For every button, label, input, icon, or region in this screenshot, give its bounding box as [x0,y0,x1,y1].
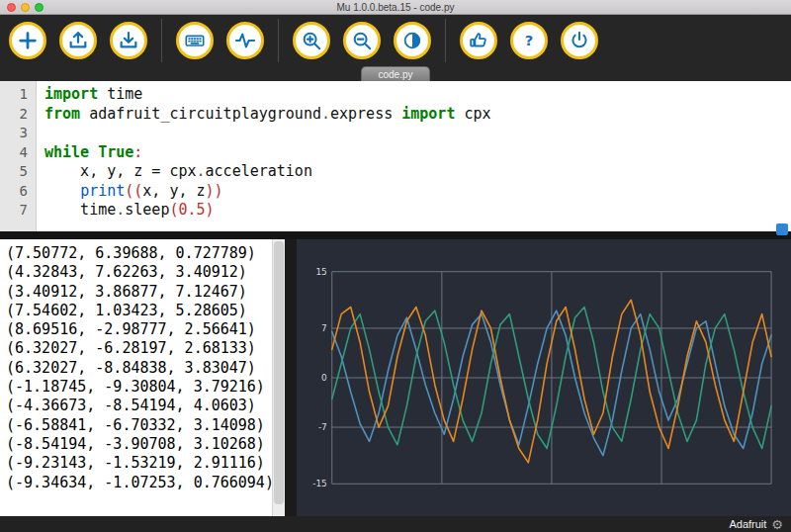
close-window-button[interactable] [7,3,16,12]
editor-scroll-indicator[interactable] [776,223,788,235]
titlebar: Mu 1.0.0.beta.15 - code.py [0,0,791,15]
horizontal-splitter[interactable] [0,231,791,239]
svg-text:7: 7 [321,323,327,333]
tab-label: code.py [378,69,412,80]
mu-window: Mu 1.0.0.beta.15 - code.py [0,0,791,532]
code-editor[interactable]: 1import time2from adafruit_circuitplaygr… [0,81,791,231]
repl-output-line: (-4.36673, -8.54194, 4.0603) [6,397,265,415]
repl-scrollbar-thumb[interactable] [274,241,284,504]
plotter-panel: 1570-7-15 [297,239,791,516]
svg-text:-7: -7 [318,422,327,432]
code-line: 1import time [0,85,791,105]
serial-repl-panel[interactable]: (7.50772, 6.39688, 0.727789)(4.32843, 7.… [0,239,285,516]
toolbar-separator [161,19,162,62]
plotter-button[interactable] [226,22,264,59]
toolbar-separator [278,19,279,62]
repl-output-line: (-9.23143, -1.53219, 2.91116) [6,454,265,473]
tab-bar: code.py [0,66,791,81]
repl-output-line: (3.40912, 3.86877, 7.12467) [6,283,265,302]
code-line: 7 time.sleep(0.5) [0,201,791,221]
waveform-icon [234,30,256,51]
panel-divider [285,239,297,516]
code-line: 2from adafruit_circuitplayground.express… [0,105,791,125]
zoom-in-button[interactable] [293,22,330,59]
line-number: 3 [0,124,36,143]
magnifier-minus-icon [351,30,373,51]
zoom-out-button[interactable] [343,22,381,59]
quit-button[interactable] [561,22,598,59]
question-mark-icon: ? [518,30,540,51]
keyboard-icon [184,30,206,51]
theme-button[interactable] [394,22,431,59]
svg-text:-15: -15 [312,479,327,488]
toolbar: ? [0,15,791,66]
zoom-window-button[interactable] [35,3,44,12]
traffic-lights [7,3,44,12]
gear-icon[interactable]: ⚙ [771,518,783,531]
footer-brand: Adafruit [729,518,766,530]
window-title: Mu 1.0.0.beta.15 - code.py [0,0,791,15]
repl-output-line: (-6.58841, -6.70332, 3.14098) [6,416,265,435]
repl-output: (7.50772, 6.39688, 0.727789)(4.32843, 7.… [6,244,265,492]
load-button[interactable] [59,22,97,59]
thumbs-up-icon [468,30,489,51]
contrast-circle-icon [401,30,423,51]
repl-output-line: (8.69516, -2.98777, 2.56641) [6,320,265,339]
line-number: 2 [0,105,36,125]
help-button[interactable]: ? [510,22,548,59]
line-number: 4 [0,143,36,163]
svg-text:0: 0 [321,373,327,383]
line-number: 5 [0,162,36,182]
arrow-up-tray-icon [67,30,89,51]
arrow-down-tray-icon [118,30,139,51]
power-icon [569,30,590,51]
repl-output-line: (-8.54194, -3.90708, 3.10268) [6,435,265,454]
code-line: 4while True: [0,143,791,163]
code-lines: 1import time2from adafruit_circuitplaygr… [0,85,791,221]
repl-scrollbar[interactable] [272,239,285,516]
repl-output-line: (7.54602, 1.03423, 5.28605) [6,302,265,320]
new-button[interactable] [9,22,46,59]
magnifier-plus-icon [301,30,322,51]
bottom-panels: (7.50772, 6.39688, 0.727789)(4.32843, 7.… [0,239,791,516]
line-number: 1 [0,85,36,105]
tab-code-py[interactable]: code.py [361,66,429,81]
minimize-window-button[interactable] [21,3,30,12]
code-line: 3 [0,124,791,143]
repl-output-line: (6.32027, -8.84838, 3.83047) [6,359,265,378]
repl-output-line: (-9.34634, -1.07253, 0.766094) [6,474,265,492]
save-button[interactable] [110,22,147,59]
plotter-chart: 1570-7-15 [303,251,781,508]
line-number: 6 [0,182,36,202]
serial-button[interactable] [176,22,214,59]
code-line: 6 print((x, y, z)) [0,182,791,202]
line-number: 7 [0,201,36,221]
plus-icon [17,30,39,51]
repl-output-line: (7.50772, 6.39688, 0.727789) [6,244,265,263]
code-line: 5 x, y, z = cpx.acceleration [0,162,791,182]
repl-output-line: (6.32027, -6.28197, 2.68133) [6,339,265,358]
toolbar-separator [445,19,446,62]
status-bar: Adafruit ⚙ [0,516,791,532]
svg-text:?: ? [525,32,534,48]
svg-text:15: 15 [315,267,326,277]
repl-output-line: (-1.18745, -9.30804, 3.79216) [6,378,265,397]
check-button[interactable] [460,22,497,59]
repl-output-line: (4.32843, 7.62263, 3.40912) [6,263,265,282]
